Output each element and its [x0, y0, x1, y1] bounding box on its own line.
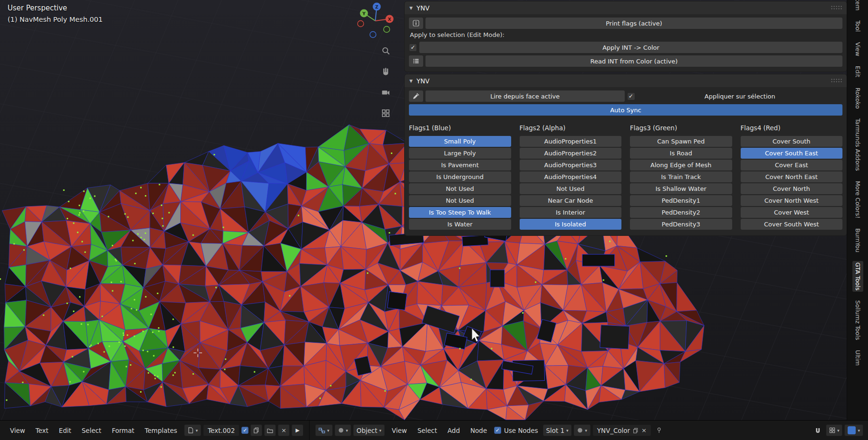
flag-toggle-not-used[interactable]: Not Used	[409, 195, 511, 206]
apply-int-checkbox[interactable]: ✓	[409, 44, 417, 52]
pin-icon[interactable]	[653, 424, 665, 436]
flag-toggle-cover-west[interactable]: Cover West	[741, 207, 843, 218]
sidebar-tab-item[interactable]: Item	[852, 0, 863, 12]
flag-toggle-peddensity2[interactable]: PedDensity2	[630, 207, 732, 218]
flag-toggle-large-poly[interactable]: Large Poly	[409, 148, 511, 159]
text-menu-format[interactable]: Format	[106, 421, 140, 440]
sidebar-tab-more-colors[interactable]: More Colors!	[852, 180, 863, 220]
flag-toggle-is-train-track[interactable]: Is Train Track	[630, 171, 732, 182]
shader-menu-add[interactable]: Add	[443, 421, 465, 440]
zoom-icon[interactable]	[379, 44, 393, 58]
flag-toggle-cover-south-west[interactable]: Cover South West	[741, 219, 843, 230]
text-menu-templates[interactable]: Templates	[140, 421, 183, 440]
shader-menu-select[interactable]: Select	[412, 421, 443, 440]
flag-toggle-cover-north-west[interactable]: Cover North West	[741, 195, 843, 206]
chevron-down-icon: ▾	[346, 428, 348, 433]
text-register-checkbox[interactable]: ✓	[241, 427, 248, 434]
flag-toggle-is-underground[interactable]: Is Underground	[409, 171, 511, 182]
gizmo-axis-x-neg[interactable]	[358, 21, 364, 27]
apply-on-selection-checkbox[interactable]: ✓	[627, 92, 635, 100]
info-icon[interactable]	[409, 18, 423, 29]
flag-toggle-cover-south[interactable]: Cover South	[741, 136, 843, 147]
flag-toggle-can-spawn-ped[interactable]: Can Spawn Ped	[630, 136, 732, 147]
print-flags-button[interactable]: Print flags (active)	[425, 18, 842, 29]
duplicate-material-icon[interactable]	[633, 428, 638, 433]
flag-toggle-is-water[interactable]: Is Water	[409, 219, 511, 230]
flag-toggle-near-car-node[interactable]: Near Car Node	[520, 195, 622, 206]
grid-ortho-icon[interactable]	[379, 106, 393, 120]
text-menu-select[interactable]: Select	[77, 421, 107, 440]
shader-mode-dropdown[interactable]: Object ▾	[353, 424, 385, 436]
sidebar-tab-burnyou[interactable]: BurnYou	[852, 227, 863, 254]
sidebar-tab-rokoko[interactable]: Rokoko	[852, 86, 863, 110]
flag-toggle-audioproperties4[interactable]: AudioProperties4	[520, 171, 622, 182]
shader-sphere-button[interactable]: ▾	[335, 424, 352, 436]
new-text-icon[interactable]	[250, 424, 262, 436]
flag-toggle-is-shallow-water[interactable]: Is Shallow Water	[630, 183, 732, 194]
apply-int-color-button[interactable]: Apply INT -> Color	[419, 42, 842, 53]
text-menu-text[interactable]: Text	[30, 421, 53, 440]
flag-toggle-is-road[interactable]: Is Road	[630, 148, 732, 159]
panel-drag-grip-icon[interactable]	[831, 5, 842, 10]
unlink-text-icon[interactable]: ×	[278, 424, 290, 436]
sidebar-tab-view[interactable]: View	[852, 41, 863, 58]
pan-hand-icon[interactable]	[379, 64, 393, 79]
read-from-active-face-button[interactable]: Lire depuis face active	[425, 90, 625, 102]
preset-list-icon[interactable]	[409, 55, 423, 67]
text-datablock-browse-button[interactable]: ▾	[184, 424, 201, 436]
navigation-gizmo[interactable]: Y Z X	[353, 0, 398, 42]
panel-drag-grip-icon[interactable]	[831, 78, 842, 83]
apply-on-selection-label[interactable]: Appliquer sur sélection	[638, 93, 843, 100]
open-folder-icon[interactable]	[264, 424, 276, 436]
flag-toggle-small-poly[interactable]: Small Poly	[409, 136, 511, 147]
eyedropper-icon[interactable]	[409, 90, 423, 102]
flag-toggle-cover-north-east[interactable]: Cover North East	[741, 171, 843, 182]
snap-magnet-icon[interactable]	[812, 424, 824, 436]
ynv-panel-2-header[interactable]: ▼ YNV	[405, 74, 847, 87]
flag-toggle-not-used[interactable]: Not Used	[409, 183, 511, 194]
gizmo-axis-z-neg[interactable]	[370, 32, 376, 38]
collapse-arrow-icon[interactable]: ▼	[409, 79, 413, 83]
flag-toggle-not-used[interactable]: Not Used	[520, 183, 622, 194]
shader-menu-view[interactable]: View	[387, 421, 412, 440]
sidebar-tab-edit[interactable]: Edit	[852, 64, 863, 79]
text-datablock-field[interactable]: Text.002	[203, 424, 239, 436]
text-menu-edit[interactable]: Edit	[53, 421, 76, 440]
run-script-button[interactable]: ▶	[292, 424, 303, 436]
flag-toggle-along-edge-of-mesh[interactable]: Along Edge of Mesh	[630, 160, 732, 171]
collapse-arrow-icon[interactable]: ▼	[409, 6, 413, 10]
flag-toggle-is-isolated[interactable]: Is Isolated	[520, 219, 622, 230]
sidebar-tab-ultim[interactable]: Ultim	[852, 349, 863, 367]
flag-toggle-audioproperties2[interactable]: AudioProperties2	[520, 148, 622, 159]
flag-toggle-is-pavement[interactable]: Is Pavement	[409, 160, 511, 171]
flag-toggle-cover-east[interactable]: Cover East	[741, 160, 843, 171]
flag-toggle-is-interior[interactable]: Is Interior	[520, 207, 622, 218]
sidebar-tab-tool[interactable]: Tool	[852, 19, 863, 33]
sidebar-tab-tarmunds-addons[interactable]: Tarmunds Addons	[852, 117, 863, 172]
unlink-material-icon[interactable]: ×	[641, 427, 647, 434]
snap-settings-dropdown[interactable]: ▾	[826, 424, 843, 436]
flag-toggle-audioproperties1[interactable]: AudioProperties1	[520, 136, 622, 147]
editor-type-button[interactable]: ▾	[315, 424, 333, 436]
flag-toggle-cover-south-east[interactable]: Cover South East	[741, 148, 843, 159]
text-menu-view[interactable]: View	[5, 421, 30, 440]
read-int-button[interactable]: Read INT from Color (active)	[425, 55, 842, 67]
flag-toggle-peddensity1[interactable]: PedDensity1	[630, 195, 732, 206]
slot-dropdown[interactable]: Slot 1 ▾	[543, 424, 572, 436]
flag-toggle-cover-north[interactable]: Cover North	[741, 183, 843, 194]
flag-toggle-audioproperties3[interactable]: AudioProperties3	[520, 160, 622, 171]
gizmo-axis-y-neg[interactable]	[384, 27, 390, 33]
ynv-panel-1-header[interactable]: ▼ YNV	[405, 1, 847, 14]
auto-sync-button[interactable]: Auto Sync	[409, 104, 842, 116]
use-nodes-label[interactable]: Use Nodes	[503, 427, 541, 434]
material-browse-button[interactable]: ▾	[574, 424, 591, 436]
flag-toggle-is-too-steep-to-walk[interactable]: Is Too Steep To Walk	[409, 207, 511, 218]
camera-view-icon[interactable]	[379, 85, 393, 99]
use-nodes-checkbox[interactable]: ✓	[494, 427, 501, 434]
shader-menu-node[interactable]: Node	[465, 421, 492, 440]
material-field[interactable]: YNV_Color ×	[593, 424, 651, 436]
sidebar-tab-sollumz-tools[interactable]: Sollumz Tools	[852, 299, 863, 341]
sidebar-tab-gta-tools[interactable]: GTA Tools	[852, 261, 863, 292]
flag-toggle-peddensity3[interactable]: PedDensity3	[630, 219, 732, 230]
overlay-toggle-dropdown[interactable]: ▾	[844, 424, 863, 436]
